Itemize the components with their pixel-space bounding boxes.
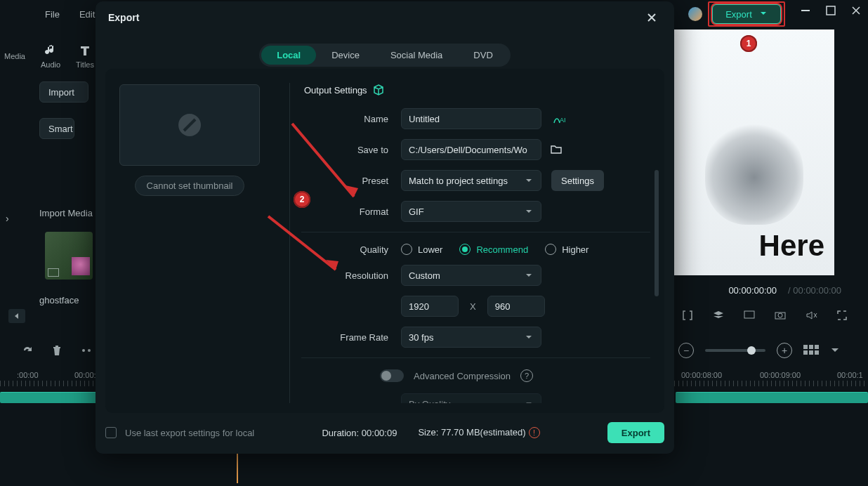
import-chip-label: Import bbox=[48, 87, 74, 98]
camera-icon[interactable] bbox=[774, 309, 787, 322]
quality-lower-label: Lower bbox=[418, 244, 442, 255]
frame-rate-select[interactable]: 30 fps bbox=[401, 327, 541, 348]
maximize-icon[interactable] bbox=[826, 6, 836, 15]
duration-label: Duration: bbox=[322, 428, 359, 438]
minimize-icon[interactable] bbox=[801, 6, 810, 15]
audio-label: Audio bbox=[41, 60, 60, 69]
tool-audio[interactable]: Audio bbox=[41, 44, 60, 69]
expand-icon[interactable]: › bbox=[6, 213, 9, 224]
name-input-field[interactable] bbox=[409, 114, 534, 124]
name-input[interactable] bbox=[401, 108, 541, 129]
row-dimensions: X bbox=[301, 296, 650, 317]
frame-rate-value: 30 fps bbox=[409, 332, 433, 343]
thumbnail-preview bbox=[119, 84, 260, 166]
dialog-close-button[interactable] bbox=[642, 8, 662, 27]
zoom-slider[interactable] bbox=[705, 349, 765, 352]
music-note-icon bbox=[44, 44, 58, 58]
preview-controls bbox=[681, 309, 848, 322]
close-icon[interactable] bbox=[851, 6, 861, 15]
track-clip[interactable] bbox=[676, 392, 868, 403]
chevron-down-icon[interactable] bbox=[830, 346, 840, 355]
quality-recommend-label: Recommend bbox=[476, 244, 528, 255]
output-settings-panel: Output Settings Name AI Save to C:/Users… bbox=[301, 83, 653, 403]
smart-chip[interactable]: Smart bbox=[39, 118, 74, 139]
layers-icon[interactable] bbox=[712, 309, 725, 322]
preset-select[interactable]: Match to project settings bbox=[401, 170, 541, 191]
trash-icon[interactable] bbox=[51, 344, 63, 357]
label-quality: Quality bbox=[301, 244, 401, 255]
resolution-value: Custom bbox=[409, 270, 440, 281]
bracket-icon[interactable] bbox=[681, 309, 694, 322]
height-field[interactable] bbox=[495, 301, 537, 312]
redo-icon[interactable] bbox=[21, 344, 34, 357]
format-select[interactable]: GIF bbox=[401, 201, 541, 222]
scrollbar-thumb[interactable] bbox=[655, 170, 659, 296]
row-preset: Preset Match to project settings Setting… bbox=[301, 170, 650, 191]
chevron-down-icon bbox=[524, 270, 534, 280]
ruler-tick: :00:00 bbox=[17, 371, 39, 379]
height-input[interactable] bbox=[487, 296, 545, 317]
quality-higher[interactable]: Higher bbox=[545, 244, 588, 255]
timecode-current: 00:00:00:00 bbox=[728, 285, 777, 296]
tab-local[interactable]: Local bbox=[261, 46, 316, 65]
advanced-compression-toggle[interactable] bbox=[380, 369, 404, 382]
view-grid-button[interactable] bbox=[803, 345, 819, 356]
titles-label: Titles bbox=[76, 60, 94, 69]
menu-file[interactable]: File bbox=[35, 9, 70, 20]
ai-icon[interactable]: AI bbox=[553, 113, 567, 124]
width-field[interactable] bbox=[409, 301, 451, 312]
quality-lower[interactable]: Lower bbox=[401, 244, 442, 255]
no-thumbnail-icon bbox=[174, 110, 205, 140]
avatar[interactable] bbox=[688, 7, 702, 21]
svg-text:AI: AI bbox=[560, 117, 566, 124]
dialog-body: Cannot set thumbnail Output Settings Nam… bbox=[105, 69, 664, 413]
compression-mode-select: By Quality bbox=[401, 393, 541, 403]
save-to-input[interactable]: C:/Users/Dell/Documents/Wo bbox=[401, 139, 541, 160]
quality-recommend[interactable]: Recommend bbox=[459, 244, 528, 255]
import-chip[interactable]: Import bbox=[39, 81, 88, 103]
resolution-select[interactable]: Custom bbox=[401, 265, 541, 286]
cut-icon[interactable] bbox=[80, 344, 93, 357]
callout-badge-1: 1 bbox=[740, 35, 757, 52]
svg-rect-3 bbox=[801, 10, 810, 11]
section-title: Output Settings bbox=[304, 84, 650, 96]
divider bbox=[289, 83, 290, 403]
format-value: GIF bbox=[409, 206, 424, 217]
tool-media[interactable]: Media bbox=[4, 52, 25, 60]
tab-social-media[interactable]: Social Media bbox=[375, 46, 458, 65]
dialog-titlebar: Export bbox=[96, 1, 674, 34]
track-clip[interactable] bbox=[0, 392, 97, 403]
export-tabs: Local Device Social Media DVD bbox=[96, 44, 674, 67]
monitor-icon[interactable] bbox=[743, 309, 756, 322]
zoom-out-button[interactable]: − bbox=[678, 343, 694, 358]
dimension-separator: X bbox=[470, 301, 476, 312]
help-icon[interactable]: ? bbox=[520, 369, 533, 382]
use-last-settings-checkbox[interactable] bbox=[105, 427, 117, 438]
chevron-down-icon bbox=[524, 399, 534, 403]
import-media-label: Import Media bbox=[39, 208, 93, 218]
zoom-in-button[interactable]: + bbox=[777, 343, 792, 358]
export-button[interactable]: Export bbox=[607, 422, 664, 443]
chevron-down-icon bbox=[759, 10, 768, 18]
tab-device[interactable]: Device bbox=[316, 46, 375, 65]
export-top-button[interactable]: Export bbox=[712, 4, 781, 24]
svg-point-2 bbox=[778, 313, 782, 317]
preview-image bbox=[705, 119, 803, 225]
cube-icon bbox=[373, 84, 384, 96]
window-controls bbox=[801, 6, 861, 15]
media-thumbnail[interactable] bbox=[45, 232, 93, 280]
width-input[interactable] bbox=[401, 296, 459, 317]
tool-titles[interactable]: Titles bbox=[76, 44, 94, 69]
clip-name-label: ghostface bbox=[39, 295, 79, 306]
dialog-title: Export bbox=[108, 12, 139, 23]
settings-button[interactable]: Settings bbox=[551, 170, 604, 191]
fullscreen-icon[interactable] bbox=[836, 309, 848, 322]
browse-folder-button[interactable] bbox=[550, 144, 563, 155]
collapse-button[interactable] bbox=[8, 309, 25, 323]
label-name: Name bbox=[301, 114, 401, 124]
ruler-tick: 00:00:1 bbox=[837, 371, 863, 379]
tab-dvd[interactable]: DVD bbox=[458, 46, 508, 65]
divider bbox=[301, 357, 650, 358]
mute-icon[interactable] bbox=[805, 309, 817, 322]
warning-icon[interactable]: ! bbox=[529, 427, 540, 438]
